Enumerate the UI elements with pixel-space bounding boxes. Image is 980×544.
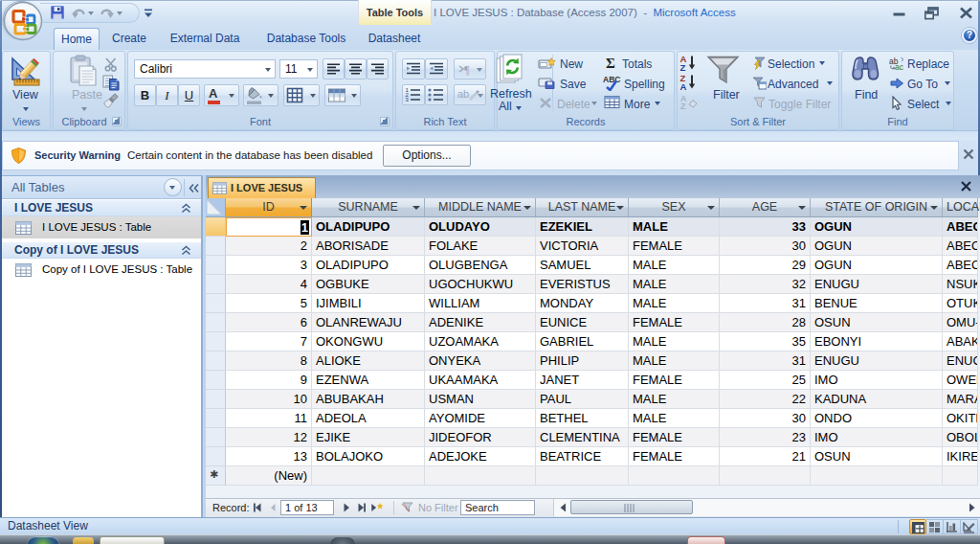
svg-text:ABC: ABC — [603, 75, 620, 84]
svg-text:Z: Z — [680, 62, 686, 72]
svg-text:A: A — [680, 81, 687, 91]
svg-text:3: 3 — [406, 97, 410, 102]
svg-text:Z: Z — [680, 102, 686, 109]
svg-text:¶: ¶ — [464, 63, 470, 77]
svg-text:ac: ac — [895, 62, 904, 70]
